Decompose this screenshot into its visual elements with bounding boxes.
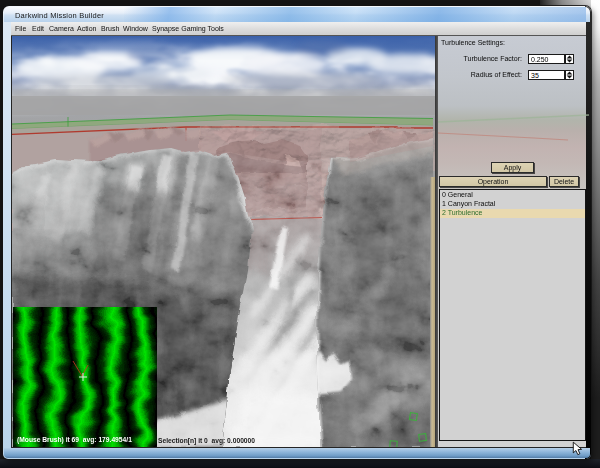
svg-text:(Mouse Brush) it 69 avg: 179.: (Mouse Brush) it 69 avg: 179.4954/1 <box>17 436 132 444</box>
svg-text:Selection[n] it 0 avg: 0.0000: Selection[n] it 0 avg: 0.000000 <box>158 437 255 445</box>
